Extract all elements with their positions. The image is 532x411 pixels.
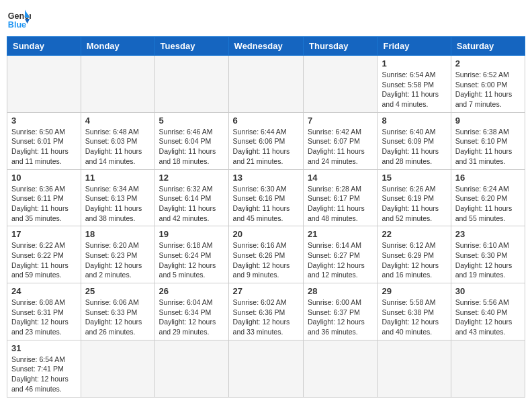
calendar-cell: 14Sunrise: 6:28 AM Sunset: 6:17 PM Dayli… xyxy=(304,169,378,226)
calendar-cell: 17Sunrise: 6:22 AM Sunset: 6:22 PM Dayli… xyxy=(7,226,81,283)
calendar-cell xyxy=(228,340,303,397)
calendar-cell xyxy=(154,340,228,397)
day-info: Sunrise: 6:14 AM Sunset: 6:27 PM Dayligh… xyxy=(308,240,373,280)
calendar-table: SundayMondayTuesdayWednesdayThursdayFrid… xyxy=(7,36,525,398)
day-number: 28 xyxy=(308,286,373,296)
calendar-cell: 13Sunrise: 6:30 AM Sunset: 6:16 PM Dayli… xyxy=(228,169,303,226)
calendar-cell xyxy=(304,340,378,397)
calendar-cell: 4Sunrise: 6:48 AM Sunset: 6:03 PM Daylig… xyxy=(81,112,154,169)
day-info: Sunrise: 5:58 AM Sunset: 6:38 PM Dayligh… xyxy=(382,298,446,337)
day-info: Sunrise: 6:24 AM Sunset: 6:20 PM Dayligh… xyxy=(455,184,521,224)
day-number: 13 xyxy=(233,173,299,183)
day-number: 16 xyxy=(455,173,521,183)
day-info: Sunrise: 6:42 AM Sunset: 6:07 PM Dayligh… xyxy=(308,127,373,167)
day-number: 29 xyxy=(382,286,446,296)
weekday-header-monday: Monday xyxy=(81,37,154,56)
weekday-header-friday: Friday xyxy=(378,37,451,56)
day-info: Sunrise: 6:36 AM Sunset: 6:11 PM Dayligh… xyxy=(11,184,77,224)
calendar-cell: 11Sunrise: 6:34 AM Sunset: 6:13 PM Dayli… xyxy=(81,169,154,226)
day-number: 11 xyxy=(85,173,150,183)
day-number: 20 xyxy=(233,229,299,239)
calendar-cell xyxy=(378,340,451,397)
day-number: 23 xyxy=(455,229,521,239)
weekday-header-thursday: Thursday xyxy=(304,37,378,56)
weekday-header-row: SundayMondayTuesdayWednesdayThursdayFrid… xyxy=(7,37,525,56)
day-number: 22 xyxy=(382,229,446,239)
calendar-cell: 28Sunrise: 6:00 AM Sunset: 6:37 PM Dayli… xyxy=(304,283,378,340)
day-number: 7 xyxy=(308,116,373,126)
day-info: Sunrise: 6:44 AM Sunset: 6:06 PM Dayligh… xyxy=(233,127,299,167)
day-number: 25 xyxy=(85,286,150,296)
day-number: 18 xyxy=(85,229,150,239)
week-row-4: 17Sunrise: 6:22 AM Sunset: 6:22 PM Dayli… xyxy=(7,226,525,283)
logo-icon: General Blue xyxy=(7,7,31,31)
day-info: Sunrise: 6:52 AM Sunset: 6:00 PM Dayligh… xyxy=(455,70,521,109)
calendar-cell: 22Sunrise: 6:12 AM Sunset: 6:29 PM Dayli… xyxy=(378,226,451,283)
calendar-cell: 31Sunrise: 6:54 AM Sunset: 7:41 PM Dayli… xyxy=(7,340,81,397)
calendar-cell xyxy=(451,340,525,397)
day-info: Sunrise: 6:28 AM Sunset: 6:17 PM Dayligh… xyxy=(308,184,373,224)
day-info: Sunrise: 6:20 AM Sunset: 6:23 PM Dayligh… xyxy=(85,240,150,280)
day-number: 19 xyxy=(159,229,224,239)
day-info: Sunrise: 6:06 AM Sunset: 6:33 PM Dayligh… xyxy=(85,298,150,337)
calendar-cell: 29Sunrise: 5:58 AM Sunset: 6:38 PM Dayli… xyxy=(378,283,451,340)
weekday-header-tuesday: Tuesday xyxy=(154,37,228,56)
day-number: 17 xyxy=(11,229,77,239)
day-number: 3 xyxy=(11,116,77,126)
calendar-body: 1Sunrise: 6:54 AM Sunset: 5:58 PM Daylig… xyxy=(7,56,525,398)
calendar-cell: 8Sunrise: 6:40 AM Sunset: 6:09 PM Daylig… xyxy=(378,112,451,169)
day-info: Sunrise: 6:02 AM Sunset: 6:36 PM Dayligh… xyxy=(233,298,299,337)
calendar-cell: 19Sunrise: 6:18 AM Sunset: 6:24 PM Dayli… xyxy=(154,226,228,283)
calendar-cell xyxy=(304,56,378,113)
day-info: Sunrise: 6:32 AM Sunset: 6:14 PM Dayligh… xyxy=(159,184,224,224)
page-container: General Blue SundayMondayTuesdayWednesda… xyxy=(7,7,525,398)
calendar-cell: 20Sunrise: 6:16 AM Sunset: 6:26 PM Dayli… xyxy=(228,226,303,283)
day-number: 26 xyxy=(159,286,224,296)
week-row-5: 24Sunrise: 6:08 AM Sunset: 6:31 PM Dayli… xyxy=(7,283,525,340)
day-info: Sunrise: 6:18 AM Sunset: 6:24 PM Dayligh… xyxy=(159,240,224,280)
calendar-cell: 25Sunrise: 6:06 AM Sunset: 6:33 PM Dayli… xyxy=(81,283,154,340)
calendar-cell: 2Sunrise: 6:52 AM Sunset: 6:00 PM Daylig… xyxy=(451,56,525,113)
day-info: Sunrise: 6:16 AM Sunset: 6:26 PM Dayligh… xyxy=(233,240,299,280)
day-info: Sunrise: 6:46 AM Sunset: 6:04 PM Dayligh… xyxy=(159,127,224,167)
calendar-cell: 3Sunrise: 6:50 AM Sunset: 6:01 PM Daylig… xyxy=(7,112,81,169)
day-number: 15 xyxy=(382,173,446,183)
calendar-cell: 27Sunrise: 6:02 AM Sunset: 6:36 PM Dayli… xyxy=(228,283,303,340)
day-info: Sunrise: 6:04 AM Sunset: 6:34 PM Dayligh… xyxy=(159,298,224,337)
day-number: 2 xyxy=(455,58,521,68)
day-info: Sunrise: 6:22 AM Sunset: 6:22 PM Dayligh… xyxy=(11,240,77,280)
week-row-2: 3Sunrise: 6:50 AM Sunset: 6:01 PM Daylig… xyxy=(7,112,525,169)
day-number: 24 xyxy=(11,286,77,296)
day-info: Sunrise: 6:12 AM Sunset: 6:29 PM Dayligh… xyxy=(382,240,446,280)
day-number: 4 xyxy=(85,116,150,126)
day-info: Sunrise: 6:30 AM Sunset: 6:16 PM Dayligh… xyxy=(233,184,299,224)
calendar-cell: 21Sunrise: 6:14 AM Sunset: 6:27 PM Dayli… xyxy=(304,226,378,283)
calendar-cell: 16Sunrise: 6:24 AM Sunset: 6:20 PM Dayli… xyxy=(451,169,525,226)
calendar-cell: 30Sunrise: 5:56 AM Sunset: 6:40 PM Dayli… xyxy=(451,283,525,340)
header: General Blue xyxy=(7,7,525,31)
calendar-header: SundayMondayTuesdayWednesdayThursdayFrid… xyxy=(7,37,525,56)
weekday-header-wednesday: Wednesday xyxy=(228,37,303,56)
day-info: Sunrise: 6:48 AM Sunset: 6:03 PM Dayligh… xyxy=(85,127,150,167)
day-info: Sunrise: 6:10 AM Sunset: 6:30 PM Dayligh… xyxy=(455,240,521,280)
day-number: 27 xyxy=(233,286,299,296)
day-info: Sunrise: 6:54 AM Sunset: 7:41 PM Dayligh… xyxy=(11,355,77,394)
day-number: 30 xyxy=(455,286,521,296)
svg-text:Blue: Blue xyxy=(8,20,26,30)
calendar-cell xyxy=(228,56,303,113)
day-info: Sunrise: 6:26 AM Sunset: 6:19 PM Dayligh… xyxy=(382,184,446,224)
day-number: 31 xyxy=(11,343,77,353)
day-info: Sunrise: 6:40 AM Sunset: 6:09 PM Dayligh… xyxy=(382,127,446,167)
day-info: Sunrise: 6:54 AM Sunset: 5:58 PM Dayligh… xyxy=(382,70,446,109)
calendar-cell: 9Sunrise: 6:38 AM Sunset: 6:10 PM Daylig… xyxy=(451,112,525,169)
day-info: Sunrise: 6:34 AM Sunset: 6:13 PM Dayligh… xyxy=(85,184,150,224)
calendar-cell: 18Sunrise: 6:20 AM Sunset: 6:23 PM Dayli… xyxy=(81,226,154,283)
calendar-cell: 7Sunrise: 6:42 AM Sunset: 6:07 PM Daylig… xyxy=(304,112,378,169)
calendar-cell: 26Sunrise: 6:04 AM Sunset: 6:34 PM Dayli… xyxy=(154,283,228,340)
week-row-1: 1Sunrise: 6:54 AM Sunset: 5:58 PM Daylig… xyxy=(7,56,525,113)
calendar-cell: 10Sunrise: 6:36 AM Sunset: 6:11 PM Dayli… xyxy=(7,169,81,226)
week-row-6: 31Sunrise: 6:54 AM Sunset: 7:41 PM Dayli… xyxy=(7,340,525,397)
day-number: 6 xyxy=(233,116,299,126)
calendar-cell xyxy=(7,56,81,113)
day-number: 1 xyxy=(382,58,446,68)
